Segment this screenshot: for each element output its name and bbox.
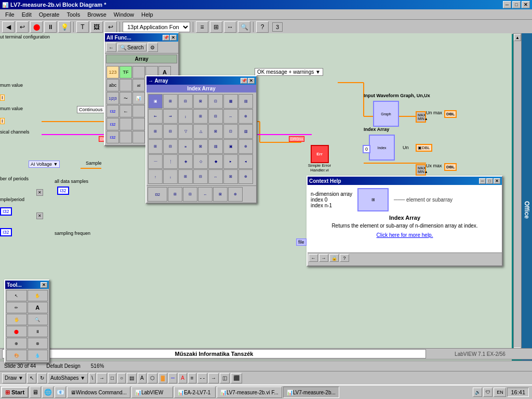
waveform-graph-icon[interactable]: Graph	[373, 101, 399, 127]
arr-item-24[interactable]: ≡	[178, 139, 193, 154]
toolbar-back[interactable]: ◀	[2, 21, 15, 33]
ctx-help-back-btn[interactable]: ←	[309, 254, 318, 262]
arr-item-37[interactable]: ↓	[163, 169, 178, 184]
array-palette-pin[interactable]: 📌	[241, 78, 247, 84]
arr-item-1[interactable]: ▣	[148, 94, 163, 109]
tool-probe[interactable]: ⊕	[6, 338, 27, 349]
toolbar-bulb[interactable]: 💡	[58, 21, 71, 33]
ctx-help-forward-btn[interactable]: →	[319, 254, 328, 262]
toolbar-undo[interactable]: ↩	[104, 21, 117, 33]
palette-item-arrow[interactable]: ←	[119, 105, 132, 117]
quicklaunch-desktop[interactable]: 🖥	[30, 387, 41, 398]
arr-item-3[interactable]: ⊟	[178, 94, 193, 109]
close-button[interactable]: ✕	[522, 1, 530, 8]
search-button[interactable]: 🔍 Search	[117, 44, 147, 51]
tool-text[interactable]: A	[28, 302, 48, 313]
menu-help[interactable]: Help	[138, 10, 156, 19]
palette-back[interactable]: ←	[106, 43, 116, 52]
tool-pencil[interactable]: ✏	[6, 302, 27, 313]
arr-item-45[interactable]: ⊟	[183, 187, 197, 202]
palette-item-132b[interactable]: I32	[107, 118, 119, 130]
ctx-help-minimize[interactable]: ─	[479, 178, 486, 184]
quicklaunch-ie[interactable]: 🌐	[42, 387, 54, 398]
line-style[interactable]: ≡	[188, 373, 196, 383]
arr-item-46[interactable]: ↔	[198, 187, 212, 202]
arr-item-43[interactable]: I32	[148, 187, 167, 202]
menu-window[interactable]: Window	[111, 10, 137, 19]
tray-network[interactable]: 🔊	[473, 388, 482, 397]
fill-color[interactable]: ▓	[158, 373, 167, 383]
palette-close[interactable]: ✕	[170, 35, 177, 41]
arr-item-8[interactable]: ⇐	[148, 109, 163, 124]
font-color[interactable]: A	[178, 373, 187, 383]
arr-item-34[interactable]: ▸	[223, 154, 238, 169]
ctx-help-help-btn[interactable]: ?	[340, 254, 349, 262]
arr-item-11[interactable]: ⊞	[193, 109, 208, 124]
tool-arrow[interactable]: ↖	[6, 290, 27, 301]
palette-pin[interactable]: 📌	[163, 35, 169, 41]
arr-item-5[interactable]: ⊡	[208, 94, 223, 109]
palette-item-nums[interactable]: 1|2|3	[107, 92, 119, 104]
tray-security[interactable]: 🛡	[483, 388, 493, 397]
arr-item-29[interactable]: ⋯	[148, 154, 163, 169]
taskbar-ea2-lv7[interactable]: 📊 EA-2-LV7-1	[174, 387, 216, 398]
arr-item-25[interactable]: ⊠	[193, 139, 208, 154]
menu-file[interactable]: File	[2, 10, 18, 19]
cursor-tool[interactable]: ↖	[27, 373, 36, 383]
arr-item-20[interactable]: ⊡	[223, 124, 238, 139]
palette-item-132[interactable]: I32	[107, 105, 119, 117]
toolbar-run[interactable]: ↩	[16, 21, 29, 33]
vertical-scrollbar[interactable]: ▲ ▼	[513, 33, 522, 355]
toolbar-text[interactable]: T	[76, 21, 89, 33]
tool-color-pick[interactable]: 💧	[28, 350, 48, 361]
arr-item-27[interactable]: ▣	[223, 139, 238, 154]
quicklaunch-mail[interactable]: 📧	[55, 387, 66, 398]
arr-item-48[interactable]: ⊕	[228, 187, 243, 202]
taskbar-labview[interactable]: 📊 LabVIEW	[131, 387, 173, 398]
arr-item-39[interactable]: ⊟	[193, 169, 208, 184]
arr-item-30[interactable]: ⋮	[163, 154, 178, 169]
menu-tools[interactable]: Tools	[63, 10, 83, 19]
tool-color-copy[interactable]: 🎨	[6, 350, 27, 361]
arr-item-31[interactable]: ◈	[178, 154, 193, 169]
arr-item-10[interactable]: ↕	[178, 109, 193, 124]
rotate-tool[interactable]: ↻	[37, 373, 47, 383]
arr-item-32[interactable]: ◇	[193, 154, 208, 169]
arr-item-14[interactable]: ⊕	[238, 109, 253, 124]
arr-item-26[interactable]: ▤	[208, 139, 223, 154]
arrow-style[interactable]: →	[208, 373, 219, 383]
arr-item-2[interactable]: ⊞	[163, 94, 178, 109]
scroll-up-btn[interactable]: ▲	[514, 34, 521, 41]
3d-effect[interactable]: ⬛	[231, 373, 242, 383]
ctx-help-link[interactable]: Click here for more help.	[311, 232, 499, 238]
toolbar-stop[interactable]: ⬤	[30, 21, 43, 33]
arr-item-21[interactable]: ▧	[238, 124, 253, 139]
dash-style[interactable]: - -	[197, 373, 207, 383]
toolbar-zoom[interactable]: 🔍	[238, 21, 250, 33]
arr-item-17[interactable]: ▽	[178, 124, 193, 139]
arr-item-16[interactable]: ⊟	[163, 124, 178, 139]
palette-item-abc[interactable]: abc	[107, 79, 119, 91]
palette-options[interactable]: ⚙	[148, 43, 158, 52]
arr-item-40[interactable]: ↔	[208, 169, 223, 184]
taskbar-lv7-f[interactable]: 📊 LV7-measure-2b.vi F...	[217, 387, 282, 398]
menu-browse[interactable]: Browse	[84, 10, 110, 19]
palette-item-chart[interactable]: 📊	[132, 92, 145, 104]
ctx-help-close[interactable]: ✕	[494, 178, 500, 184]
tool-pause[interactable]: ⏸	[28, 326, 48, 337]
palette-item-ai[interactable]: aI	[132, 79, 145, 91]
ctx-help-lock-btn[interactable]: 🔒	[329, 254, 339, 262]
maximize-button[interactable]: □	[512, 1, 521, 8]
toolbar-align[interactable]: ≡	[196, 21, 208, 33]
palette-item-empty11[interactable]	[132, 118, 145, 130]
ellipse-tool[interactable]: ○	[117, 373, 126, 383]
font-selector[interactable]: 13pt Application Font	[123, 22, 190, 32]
arr-item-44[interactable]: ⊞	[168, 187, 182, 202]
autoshapes-menu[interactable]: AutoShapes ▼	[48, 373, 88, 383]
shadow[interactable]: ◫	[220, 373, 230, 383]
toolbar-img[interactable]: 🖼	[90, 21, 103, 33]
palette-item-bool[interactable]: TF	[119, 66, 132, 78]
arr-item-22[interactable]: ⊞	[148, 139, 163, 154]
arr-item-35[interactable]: ◂	[238, 154, 253, 169]
menu-edit[interactable]: Edit	[19, 10, 35, 19]
